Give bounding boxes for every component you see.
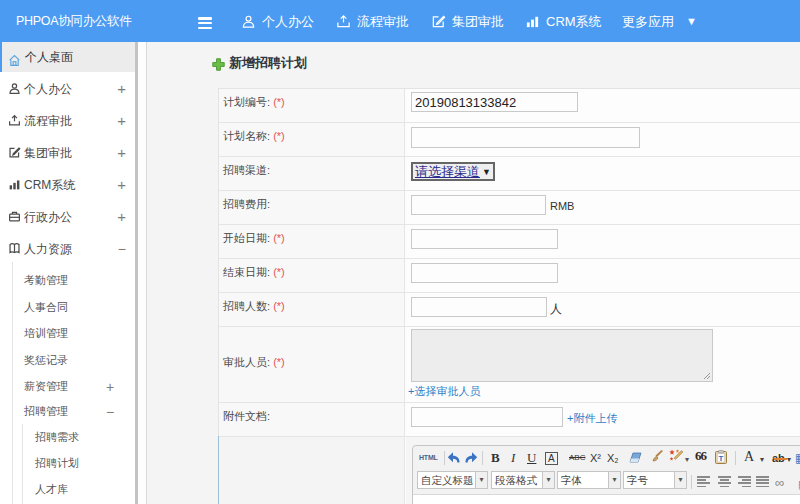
svg-text:T: T <box>719 454 724 463</box>
